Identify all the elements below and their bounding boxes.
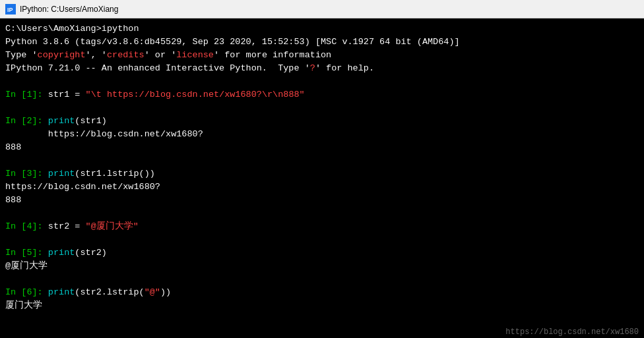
terminal-line: IPython 7.21.0 -- An enhanced Interactiv… (5, 62, 639, 75)
terminal-blank (5, 233, 639, 246)
title-bar-text: IPython: C:Users/AmoXiang (20, 5, 118, 14)
terminal-blank (5, 154, 639, 167)
status-bar: https://blog.csdn.net/xw1680 (500, 326, 644, 338)
input-line-6: In [6]: print(str2.lstrip("@")) (5, 286, 639, 299)
terminal-blank (5, 273, 639, 286)
output-line-3b: 888 (5, 194, 639, 207)
output-line-2b: 888 (5, 141, 639, 154)
input-line-4: In [4]: str2 = "@厦门大学" (5, 220, 639, 233)
terminal[interactable]: C:\Users\AmoXiang>ipython Python 3.8.6 (… (0, 18, 644, 338)
terminal-blank (5, 207, 639, 220)
output-line-2a: https://blog.csdn.net/xw1680? (5, 128, 639, 141)
terminal-blank (5, 101, 639, 115)
output-line-6: 厦门大学 (5, 299, 639, 312)
input-line-5: In [5]: print(str2) (5, 246, 639, 260)
terminal-line: C:\Users\AmoXiang>ipython (5, 22, 639, 36)
terminal-line: Type 'copyright', 'credits' or 'license'… (5, 49, 639, 62)
terminal-blank (5, 75, 639, 88)
input-line-1: In [1]: str1 = "\t https://blog.csdn.net… (5, 88, 639, 101)
input-line-3: In [3]: print(str1.lstrip()) (5, 167, 639, 181)
output-line-3a: https://blog.csdn.net/xw1680? (5, 181, 639, 194)
title-bar-icon: IP (5, 4, 16, 14)
title-bar: IP IPython: C:Users/AmoXiang (0, 0, 644, 18)
svg-text:IP: IP (7, 7, 13, 13)
output-line-5: @厦门大学 (5, 260, 639, 273)
input-line-2: In [2]: print(str1) (5, 115, 639, 128)
terminal-line: Python 3.8.6 (tags/v3.8.6:db45529, Sep 2… (5, 36, 639, 49)
